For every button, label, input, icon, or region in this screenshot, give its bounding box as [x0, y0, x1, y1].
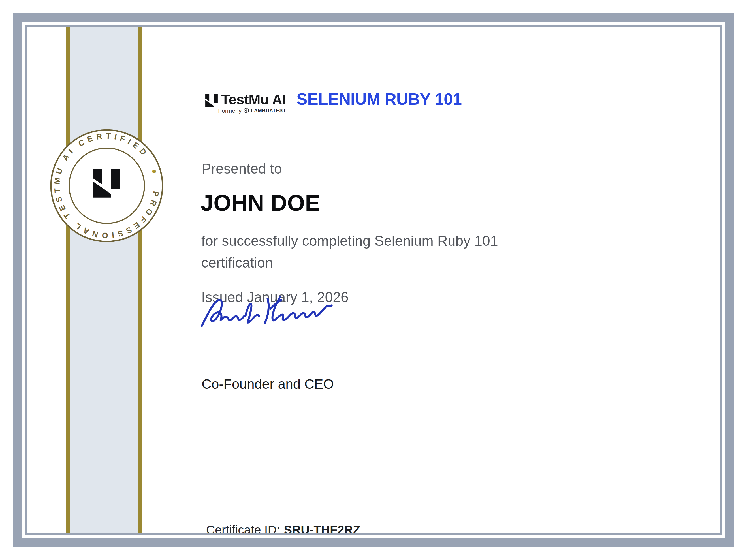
course-title: SELENIUM RUBY 101: [297, 91, 462, 107]
certification-seal: TESTMU AI CERTIFIED ● PROFESSIONAL ●: [49, 128, 165, 244]
description-line-2: certification: [201, 252, 498, 274]
seal-gold-dot: ●: [49, 128, 53, 129]
lambdatest-icon: [243, 108, 249, 113]
description: for successfully completing Selenium Rub…: [201, 230, 498, 274]
formerly-line: Formerly LAMBDATEST: [205, 108, 286, 113]
recipient-name: JOHN DOE: [201, 192, 320, 214]
signer-title: Co-Founder and CEO: [202, 377, 334, 391]
gold-stripe-left: [66, 27, 70, 533]
description-line-1: for successfully completing Selenium Rub…: [201, 230, 498, 252]
testmu-logo-icon: [205, 94, 218, 107]
gold-stripe-right: [138, 27, 142, 533]
lambdatest-wordmark: LAMBDATEST: [251, 108, 286, 113]
brand-name: TestMu AI: [221, 92, 286, 107]
presented-to-label: Presented to: [202, 162, 282, 176]
formerly-label: Formerly: [218, 108, 241, 113]
certificate-id-value: SRU-THF2RZ: [284, 523, 360, 533]
certificate-id-label: Certificate ID:: [206, 523, 280, 533]
certificate: TESTMU AI CERTIFIED ● PROFESSIONAL ● Tes: [0, 0, 747, 560]
seal-graphic: TESTMU AI CERTIFIED ● PROFESSIONAL ●: [49, 128, 165, 244]
signature: [197, 291, 333, 334]
ribbon-band: [70, 27, 138, 533]
certificate-content: TESTMU AI CERTIFIED ● PROFESSIONAL ● Tes: [27, 27, 720, 533]
certificate-id: Certificate ID:SRU-THF2RZ: [206, 524, 360, 533]
